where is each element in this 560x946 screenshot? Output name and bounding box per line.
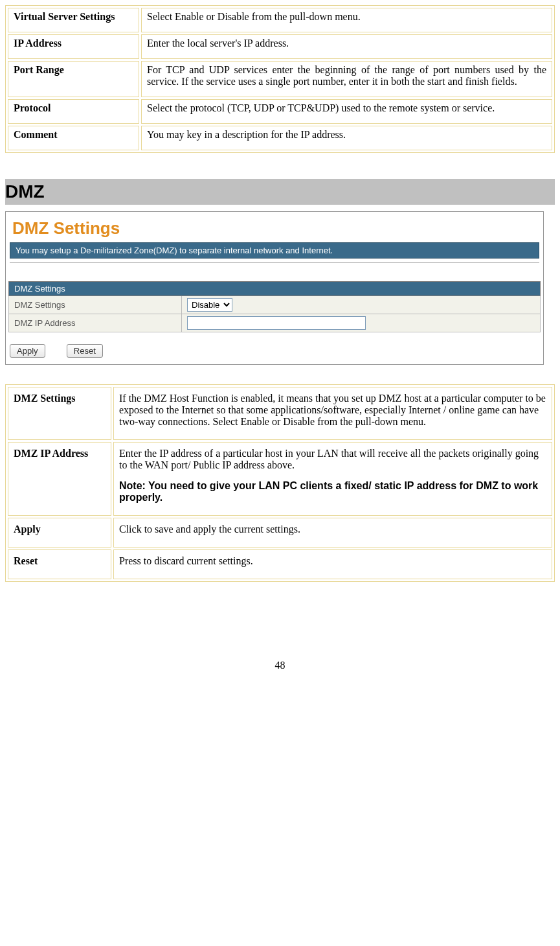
table-row: DMZ IP Address Enter the IP address of a… [8,442,552,516]
row-val-cell: Enter the IP address of a particular hos… [113,442,552,516]
form-row: DMZ Settings Disable [9,296,541,314]
row-key: DMZ Settings [8,387,111,440]
row-val: If the DMZ Host Function is enabled, it … [113,387,552,440]
dmz-ip-label: DMZ IP Address [9,314,182,332]
screenshot-title: DMZ Settings [6,212,543,240]
row-key: Protocol [8,99,139,124]
table-row: Apply Click to save and apply the curren… [8,518,552,548]
row-val: Press to discard current settings. [113,549,552,579]
row-val: Enter the IP address of a particular hos… [119,448,539,470]
form-header: DMZ Settings [9,282,541,296]
row-key: Port Range [8,61,139,97]
form-row: DMZ IP Address [9,314,541,332]
dmz-form-table: DMZ Settings DMZ Settings Disable DMZ IP… [8,281,541,332]
table-row: IP Address Enter the local server's IP a… [8,34,552,59]
row-key: IP Address [8,34,139,59]
dmz-settings-select[interactable]: Disable [187,298,232,312]
table-row: DMZ Settings If the DMZ Host Function is… [8,387,552,440]
table-row: Reset Press to discard current settings. [8,549,552,579]
row-key: Reset [8,549,111,579]
screenshot-banner: You may setup a De-militarized Zone(DMZ)… [10,242,539,259]
page-number: 48 [5,660,555,671]
dmz-settings-screenshot: DMZ Settings You may setup a De-militari… [5,211,544,365]
dmz-settings-cell: Disable [182,296,541,314]
dmz-ip-cell [182,314,541,332]
row-key: Virtual Server Settings [8,8,139,32]
row-val: For TCP and UDP services enter the begin… [141,61,552,97]
virtual-server-desc-table: Virtual Server Settings Select Enable or… [5,5,555,153]
divider [10,262,539,263]
table-row: Virtual Server Settings Select Enable or… [8,8,552,32]
table-row: Comment You may key in a description for… [8,126,552,150]
dmz-settings-label: DMZ Settings [9,296,182,314]
row-val: Select the protocol (TCP, UDP or TCP&UDP… [141,99,552,124]
apply-button[interactable]: Apply [10,344,45,358]
reset-button[interactable]: Reset [67,344,103,358]
row-val: Click to save and apply the current sett… [113,518,552,548]
row-val: Enter the local server's IP address. [141,34,552,59]
button-row: Apply Reset [6,332,543,364]
row-note: Note: You need to give your LAN PC clien… [119,480,546,503]
row-val: You may key in a description for the IP … [141,126,552,150]
table-row: Port Range For TCP and UDP services ente… [8,61,552,97]
dmz-desc-table: DMZ Settings If the DMZ Host Function is… [5,384,555,582]
row-val: Select Enable or Disable from the pull-d… [141,8,552,32]
row-key: Apply [8,518,111,548]
row-key: Comment [8,126,139,150]
table-row: Protocol Select the protocol (TCP, UDP o… [8,99,552,124]
dmz-ip-input[interactable] [187,316,366,330]
section-title-dmz: DMZ [5,179,555,205]
row-key: DMZ IP Address [8,442,111,516]
